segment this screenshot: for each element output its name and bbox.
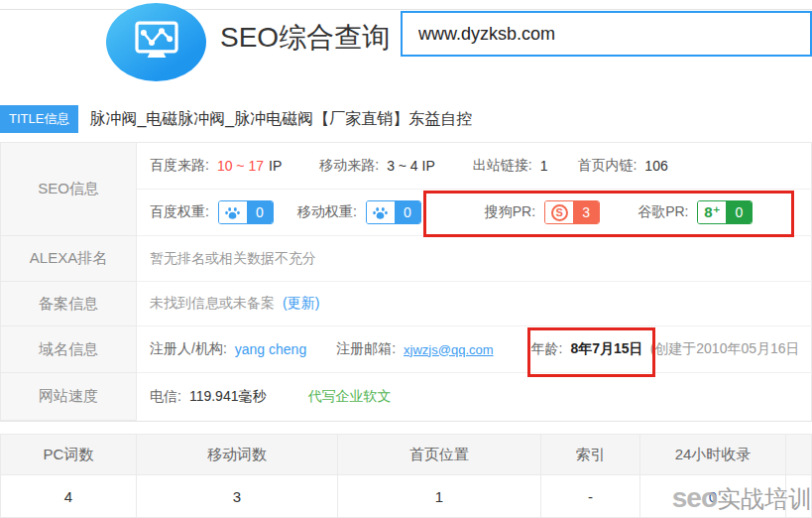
header-pc-words: PC词数 bbox=[1, 435, 137, 474]
registrant-link[interactable]: yang cheng bbox=[235, 341, 306, 357]
baidu-weight: 百度权重: 0 bbox=[150, 200, 274, 224]
page-title: SEO综合查询 bbox=[220, 19, 390, 57]
value-index: - bbox=[541, 475, 640, 517]
value-homepage-position: 1 bbox=[338, 475, 541, 517]
sogou-pr-badge[interactable]: S 3 bbox=[544, 200, 600, 224]
homepage-inlinks: 首页内链: 106 bbox=[577, 157, 667, 175]
icp-update-link[interactable]: (更新) bbox=[283, 295, 319, 313]
row-label-speed: 网站速度 bbox=[1, 373, 137, 421]
domain-age-value: 8年7月15日 bbox=[570, 340, 642, 358]
mobile-weight-value: 0 bbox=[395, 201, 420, 223]
baidu-weight-badge[interactable]: 0 bbox=[218, 200, 274, 224]
baidu-traffic-value: 10 ~ 17 bbox=[217, 158, 264, 174]
sogou-pr: 搜狗PR: S 3 bbox=[485, 200, 600, 224]
value-mobile-words: 3 bbox=[137, 475, 338, 517]
header-homepage-position: 首页位置 bbox=[338, 435, 541, 474]
google-pr: 谷歌PR: 8⁺ 0 bbox=[638, 200, 753, 224]
domain-row: 注册人/机构: yang cheng 注册邮箱: xjwzjs@qq.com 年… bbox=[137, 326, 812, 373]
domain-created-text: (创建于2010年05月16日 bbox=[650, 340, 800, 358]
homepage-inlinks-value: 106 bbox=[644, 158, 667, 174]
paw-icon bbox=[367, 201, 395, 223]
alexa-row: 暂无排名或相关数据不充分 bbox=[137, 236, 812, 282]
header-extra bbox=[786, 435, 811, 474]
google-plus-icon: 8⁺ bbox=[704, 203, 720, 221]
value-pc-words: 4 bbox=[1, 475, 137, 517]
value-extra bbox=[786, 475, 811, 517]
alexa-text: 暂无排名或相关数据不充分 bbox=[150, 250, 316, 268]
header-index: 索引 bbox=[541, 435, 640, 474]
app-logo bbox=[106, 3, 206, 81]
outlinks-value: 1 bbox=[540, 158, 548, 174]
mobile-weight: 移动权重: 0 bbox=[297, 200, 421, 224]
title-info-bar: TITLE信息 脉冲阀_电磁脉冲阀_脉冲电磁阀【厂家直销】东益自控 bbox=[0, 105, 472, 133]
outlinks: 出站链接: 1 bbox=[473, 157, 548, 175]
row-label-icp: 备案信息 bbox=[1, 282, 137, 326]
row-label-alexa: ALEXA排名 bbox=[1, 236, 137, 282]
seo-info-table: SEO信息 百度来路: 10 ~ 17 IP 移动来路: 3 ~ 4 IP 出站… bbox=[0, 142, 812, 422]
keyword-stats-values: 4 3 1 - 0 bbox=[1, 475, 811, 517]
seo-weight-row: 百度权重: 0 移动权重: bbox=[137, 190, 812, 236]
baidu-weight-value: 0 bbox=[247, 201, 273, 223]
value-24h-inclusion[interactable]: 0 bbox=[640, 475, 786, 517]
mobile-weight-badge[interactable]: 0 bbox=[366, 200, 421, 224]
paw-icon bbox=[219, 201, 247, 223]
promo-link[interactable]: 代写企业软文 bbox=[307, 388, 391, 406]
monitor-line-chart-icon bbox=[127, 13, 186, 72]
icp-row: 未找到信息或未备案 (更新) bbox=[137, 282, 812, 326]
site-title-text: 脉冲阀_电磁脉冲阀_脉冲电磁阀【厂家直销】东益自控 bbox=[89, 109, 472, 130]
telecom-speed-value: 119.941毫秒 bbox=[189, 388, 267, 406]
row-label-domain: 域名信息 bbox=[1, 326, 137, 373]
seo-traffic-row: 百度来路: 10 ~ 17 IP 移动来路: 3 ~ 4 IP 出站链接: 1 … bbox=[137, 143, 812, 190]
title-info-badge: TITLE信息 bbox=[0, 105, 78, 133]
domain-search-input[interactable] bbox=[401, 11, 812, 57]
header-mobile-words: 移动词数 bbox=[137, 435, 338, 474]
seo-query-page: SEO综合查询 TITLE信息 脉冲阀_电磁脉冲阀_脉冲电磁阀【厂家直销】东益自… bbox=[0, 0, 812, 518]
registrant-email-link[interactable]: xjwzjs@qq.com bbox=[404, 342, 494, 357]
icp-text: 未找到信息或未备案 bbox=[150, 295, 275, 313]
sogou-pr-value: 3 bbox=[573, 201, 599, 223]
mobile-traffic-value: 3 ~ 4 IP bbox=[387, 158, 435, 174]
keyword-stats-header: PC词数 移动词数 首页位置 索引 24小时收录 bbox=[1, 435, 811, 475]
google-pr-badge[interactable]: 8⁺ 0 bbox=[697, 200, 753, 224]
mobile-traffic: 移动来路: 3 ~ 4 IP bbox=[319, 157, 435, 175]
baidu-traffic: 百度来路: 10 ~ 17 IP bbox=[150, 157, 282, 175]
keyword-stats-table: PC词数 移动词数 首页位置 索引 24小时收录 4 3 1 - 0 bbox=[0, 434, 812, 518]
speed-row: 电信: 119.941毫秒 代写企业软文 bbox=[137, 373, 812, 421]
sogou-icon: S bbox=[551, 204, 568, 221]
top-divider bbox=[0, 9, 812, 10]
header-24h-inclusion: 24小时收录 bbox=[640, 435, 786, 474]
google-pr-value: 0 bbox=[726, 201, 752, 223]
row-label-seo-info: SEO信息 bbox=[1, 143, 137, 236]
